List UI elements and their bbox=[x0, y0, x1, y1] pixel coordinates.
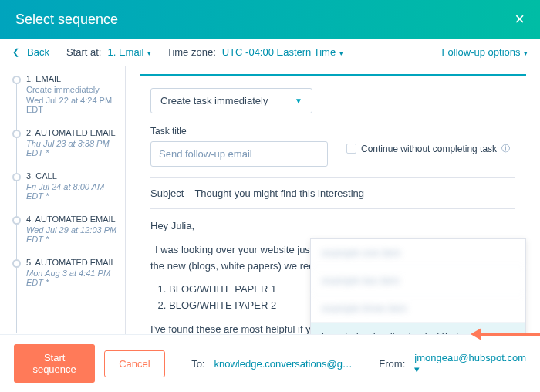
chevron-down-icon: ▾ bbox=[414, 363, 420, 375]
from-label: From: bbox=[379, 358, 405, 370]
chevron-down-icon: ▾ bbox=[337, 49, 343, 57]
subject-label: Subject bbox=[150, 188, 184, 199]
task-title-label: Task title bbox=[150, 126, 328, 137]
step-dot-icon bbox=[12, 173, 21, 181]
steps-sidebar: 1. EMAIL Create immediately Wed Jul 22 a… bbox=[0, 66, 125, 350]
start-sequence-button[interactable]: Start sequence bbox=[14, 344, 95, 383]
step-dot-icon bbox=[12, 130, 21, 138]
autocomplete-item[interactable]: example two item bbox=[311, 266, 525, 294]
chevron-left-icon: ❮ bbox=[12, 47, 19, 57]
from-dropdown[interactable]: jmongeau@hubspot.com ▾ bbox=[414, 352, 526, 375]
sidebar-step-4[interactable]: 4. AUTOMATED EMAIL Wed Jul 29 at 12:03 P… bbox=[12, 215, 120, 244]
timezone-dropdown[interactable]: UTC -04:00 Eastern Time ▾ bbox=[222, 46, 343, 58]
follow-up-options-dropdown[interactable]: Follow-up options ▾ bbox=[442, 46, 528, 58]
modal-header: Select sequence × bbox=[0, 0, 540, 39]
create-task-dropdown[interactable]: Create task immediately ▼ bbox=[150, 88, 312, 113]
step-dot-icon bbox=[12, 216, 21, 225]
task-title-input[interactable] bbox=[150, 141, 328, 167]
to-value[interactable]: knowledge.conversations@g… bbox=[214, 358, 352, 370]
cancel-button[interactable]: Cancel bbox=[104, 350, 164, 377]
autocomplete-item[interactable]: example one item bbox=[311, 239, 525, 266]
sidebar-step-1[interactable]: 1. EMAIL Create immediately Wed Jul 22 a… bbox=[12, 74, 120, 114]
info-icon[interactable]: ⓘ bbox=[501, 143, 510, 154]
start-at-label: Start at: bbox=[66, 46, 102, 58]
timezone-label: Time zone: bbox=[167, 46, 216, 58]
subject-value: Thought you might find this interesting bbox=[194, 188, 364, 199]
back-button[interactable]: Back bbox=[27, 46, 49, 58]
chevron-down-icon: ▼ bbox=[295, 96, 302, 105]
content-body: 1. EMAIL Create immediately Wed Jul 22 a… bbox=[0, 66, 540, 350]
step-dot-icon bbox=[12, 76, 21, 84]
sidebar-step-5[interactable]: 5. AUTOMATED EMAIL Mon Aug 3 at 4:41 PM … bbox=[12, 258, 120, 287]
footer: Start sequence Cancel To: knowledge.conv… bbox=[0, 334, 540, 392]
modal-title: Select sequence bbox=[15, 12, 118, 28]
to-label: To: bbox=[191, 358, 204, 370]
main-panel: Create task immediately ▼ Task title Con… bbox=[125, 66, 540, 350]
email-greeting: Hey Julia, bbox=[150, 218, 515, 235]
chevron-down-icon: ▾ bbox=[145, 49, 151, 57]
step-dot-icon bbox=[12, 259, 21, 268]
close-icon[interactable]: × bbox=[515, 11, 525, 28]
sidebar-step-3[interactable]: 3. CALL Fri Jul 24 at 8:00 AM EDT * bbox=[12, 171, 120, 201]
chevron-down-icon: ▾ bbox=[521, 49, 528, 57]
autocomplete-item[interactable]: example three item bbox=[311, 294, 525, 322]
continue-checkbox[interactable] bbox=[346, 144, 356, 154]
sidebar-step-2[interactable]: 2. AUTOMATED EMAIL Thu Jul 23 at 3:38 PM… bbox=[12, 128, 120, 157]
toolbar: ❮ Back Start at: 1. Email ▾ Time zone: U… bbox=[0, 39, 540, 66]
start-at-dropdown[interactable]: 1. Email ▾ bbox=[107, 46, 150, 58]
continue-label: Continue without completing task bbox=[361, 144, 497, 154]
